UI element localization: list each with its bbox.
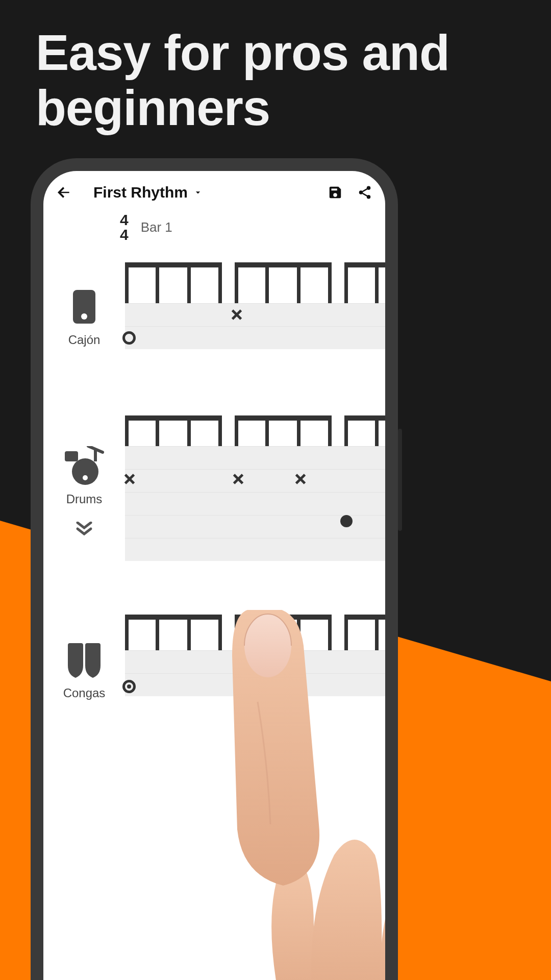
- bar-label: Bar 1: [141, 219, 172, 235]
- lane-drums: Drums: [43, 415, 385, 579]
- notation-drums[interactable]: [125, 415, 385, 579]
- time-signature-top: 4: [120, 213, 129, 228]
- phone-frame: First Rhythm: [31, 158, 398, 980]
- instrument-cajon[interactable]: Cajón: [43, 288, 125, 347]
- time-signature-bottom: 4: [120, 228, 129, 242]
- project-title: First Rhythm: [93, 184, 188, 201]
- bar-meta: 4 4 Bar 1: [120, 213, 385, 242]
- drums-icon: [63, 446, 106, 486]
- note-target[interactable]: [122, 680, 136, 693]
- note-open[interactable]: [122, 331, 136, 345]
- share-button[interactable]: [355, 182, 375, 203]
- save-button[interactable]: [325, 182, 345, 203]
- arrow-left-icon: [56, 184, 72, 201]
- instrument-drums[interactable]: Drums: [43, 446, 125, 536]
- cajon-icon: [70, 288, 98, 327]
- instrument-label: Drums: [66, 492, 103, 506]
- back-button[interactable]: [54, 182, 74, 203]
- share-icon: [357, 185, 372, 200]
- note-x[interactable]: [293, 472, 308, 486]
- svg-point-1: [359, 190, 363, 194]
- phone-side-button: [398, 429, 402, 531]
- double-chevron-down-icon: [76, 522, 93, 536]
- app-screen: First Rhythm: [43, 171, 385, 980]
- save-icon: [328, 185, 343, 200]
- instrument-label: Cajón: [68, 333, 101, 347]
- lane-congas: Congas: [43, 615, 385, 732]
- notation-congas[interactable]: [125, 615, 385, 732]
- note-x[interactable]: [122, 472, 137, 486]
- note-x[interactable]: [230, 307, 244, 322]
- svg-point-8: [72, 458, 98, 485]
- svg-rect-5: [65, 451, 78, 461]
- chevron-down-icon: [193, 187, 203, 198]
- lane-cajon: Cajón: [43, 262, 385, 390]
- expand-button[interactable]: [76, 522, 93, 536]
- svg-point-9: [83, 475, 88, 480]
- note-filled[interactable]: [340, 515, 353, 527]
- note-x[interactable]: [231, 472, 245, 486]
- time-signature[interactable]: 4 4: [120, 213, 129, 242]
- marketing-headline: Easy for pros and beginners: [36, 26, 531, 136]
- instrument-label: Congas: [63, 686, 106, 700]
- notation-cajon[interactable]: [125, 262, 385, 390]
- title-dropdown[interactable]: First Rhythm: [93, 184, 316, 201]
- congas-icon: [65, 640, 104, 680]
- instrument-congas[interactable]: Congas: [43, 640, 125, 700]
- topbar: First Rhythm: [43, 171, 385, 208]
- svg-point-4: [81, 313, 87, 320]
